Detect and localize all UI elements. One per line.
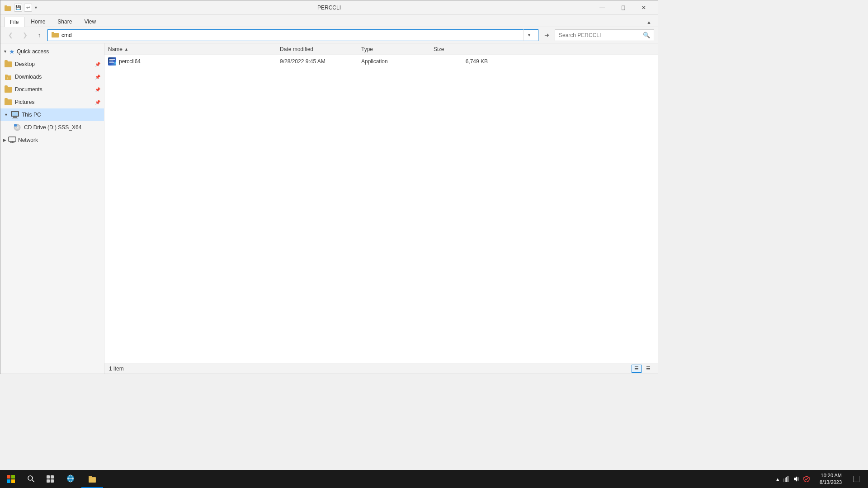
- status-bar: 1 item ☰ ☰: [104, 363, 658, 374]
- address-bar: ❮ ❯ ↑ ▾ ➜ 🔍: [0, 27, 658, 43]
- sidebar-section-network[interactable]: ▶ Network: [0, 134, 104, 146]
- table-row[interactable]: perccli64 9/28/2022 9:45 AM Application …: [104, 56, 658, 67]
- tab-home[interactable]: Home: [25, 16, 51, 27]
- sidebar-item-this-pc[interactable]: ▼ This PC: [0, 108, 104, 121]
- search-field[interactable]: 🔍: [555, 29, 654, 41]
- svg-marker-43: [794, 476, 797, 482]
- svg-rect-37: [89, 476, 92, 478]
- main-layout: ▼ ★ Quick access Desktop 📌 ↓: [0, 43, 658, 374]
- forward-button[interactable]: ❯: [19, 29, 31, 41]
- taskbar-search-button[interactable]: [22, 470, 41, 488]
- large-icons-view-btn[interactable]: ☰: [643, 365, 653, 373]
- documents-icon: [4, 85, 12, 94]
- search-input[interactable]: [559, 32, 641, 38]
- save-quick-btn[interactable]: 💾: [14, 4, 22, 12]
- sidebar-section-quick-access[interactable]: ▼ ★ Quick access: [0, 45, 104, 58]
- address-field[interactable]: ▾: [47, 29, 538, 41]
- sidebar-item-cd-drive[interactable]: CD Drive (D:) SSS_X64: [0, 121, 104, 134]
- cd-drive-icon: [13, 123, 21, 131]
- svg-point-13: [17, 127, 18, 128]
- column-header-name[interactable]: Name ▲: [108, 46, 280, 52]
- expand-arrow-quick-access: ▼: [3, 49, 7, 54]
- svg-rect-21: [109, 62, 114, 63]
- downloads-icon: ↓: [4, 73, 12, 81]
- tray-chevron[interactable]: ▲: [775, 477, 780, 482]
- sidebar-item-desktop[interactable]: Desktop 📌: [0, 58, 104, 70]
- taskbar-app-ie[interactable]: [60, 470, 81, 488]
- svg-rect-5: [5, 75, 8, 76]
- details-view-btn[interactable]: ☰: [632, 365, 642, 373]
- restore-button[interactable]: ⎕: [613, 0, 633, 15]
- column-header-type[interactable]: Type: [361, 46, 434, 52]
- minimize-button[interactable]: —: [592, 0, 613, 15]
- svg-line-45: [806, 478, 808, 480]
- close-button[interactable]: ✕: [633, 0, 654, 15]
- svg-rect-19: [109, 59, 115, 60]
- task-view-button[interactable]: [41, 470, 60, 488]
- taskbar-date-display: 8/13/2023: [820, 479, 842, 486]
- undo-quick-btn[interactable]: ↩: [24, 4, 32, 12]
- tab-file[interactable]: File: [4, 17, 24, 27]
- file-app-icon: [108, 58, 116, 65]
- file-size-cell: 6,749 KB: [434, 58, 488, 65]
- security-tray-icon: [803, 476, 810, 482]
- ribbon-expand-btn[interactable]: ▲: [644, 18, 654, 27]
- svg-rect-29: [47, 475, 50, 479]
- pin-icon-documents: 📌: [95, 87, 100, 92]
- file-date-cell: 9/28/2022 9:45 AM: [280, 58, 361, 65]
- sidebar-item-downloads[interactable]: ↓ Downloads 📌: [0, 70, 104, 83]
- svg-rect-2: [52, 33, 59, 38]
- network-icon: [8, 136, 16, 144]
- taskbar: ▲ 10:20 AM 8/13/2023: [0, 470, 868, 488]
- svg-rect-9: [13, 117, 17, 118]
- taskbar-app-file-explorer[interactable]: [81, 470, 103, 488]
- content-area: Name ▲ Date modified Type Size: [104, 43, 658, 374]
- address-go-button[interactable]: ➜: [540, 29, 553, 41]
- customize-quick-access[interactable]: ▼: [34, 5, 38, 10]
- column-headers: Name ▲ Date modified Type Size: [104, 43, 658, 55]
- quick-access-label: Quick access: [17, 48, 49, 55]
- svg-rect-26: [11, 479, 15, 483]
- svg-rect-32: [51, 479, 54, 483]
- svg-rect-40: [785, 478, 786, 482]
- start-button[interactable]: [0, 470, 22, 488]
- svg-rect-8: [12, 112, 18, 116]
- svg-rect-25: [7, 479, 10, 483]
- svg-line-28: [32, 480, 34, 482]
- taskbar-clock[interactable]: 10:20 AM 8/13/2023: [816, 472, 845, 486]
- sidebar-item-documents[interactable]: Documents 📌: [0, 83, 104, 96]
- sidebar-item-this-pc-label: This PC: [22, 112, 100, 118]
- sidebar-item-pictures[interactable]: Pictures 📌: [0, 96, 104, 108]
- svg-rect-31: [47, 479, 50, 483]
- svg-rect-46: [853, 476, 859, 482]
- column-header-date[interactable]: Date modified: [280, 46, 361, 52]
- back-button[interactable]: ❮: [4, 29, 17, 41]
- svg-rect-38: [89, 478, 95, 482]
- svg-rect-1: [5, 5, 7, 7]
- tab-share[interactable]: Share: [52, 16, 78, 27]
- column-header-size[interactable]: Size: [434, 46, 488, 52]
- svg-rect-41: [786, 477, 787, 482]
- address-dropdown-btn[interactable]: ▾: [524, 29, 534, 41]
- expand-arrow-this-pc: ▼: [4, 113, 8, 117]
- notification-button[interactable]: [848, 470, 864, 488]
- address-input[interactable]: [61, 32, 521, 38]
- system-tray[interactable]: ▲: [772, 476, 813, 482]
- titlebar: 💾 ↩ ▼ PERCCLI — ⎕ ✕: [0, 0, 658, 15]
- svg-rect-23: [7, 475, 10, 479]
- sidebar-item-pictures-label: Pictures: [15, 99, 92, 105]
- file-explorer-window: 💾 ↩ ▼ PERCCLI — ⎕ ✕ File Home Share View…: [0, 0, 658, 374]
- sidebar-network-label: Network: [18, 137, 38, 143]
- file-name-cell: perccli64: [108, 58, 280, 65]
- ribbon-tabs: File Home Share View ▲: [0, 15, 658, 27]
- item-count: 1 item: [109, 366, 124, 372]
- search-icon: 🔍: [643, 32, 650, 38]
- sort-arrow-name: ▲: [124, 47, 128, 52]
- up-button[interactable]: ↑: [33, 29, 46, 41]
- sidebar-item-desktop-label: Desktop: [15, 61, 92, 67]
- tab-view[interactable]: View: [78, 16, 102, 27]
- sidebar-item-cd-drive-label: CD Drive (D:) SSS_X64: [24, 124, 100, 131]
- sidebar-item-downloads-label: Downloads: [15, 74, 92, 80]
- network-tray-icon: [783, 476, 790, 482]
- desktop-folder-icon: [4, 60, 12, 68]
